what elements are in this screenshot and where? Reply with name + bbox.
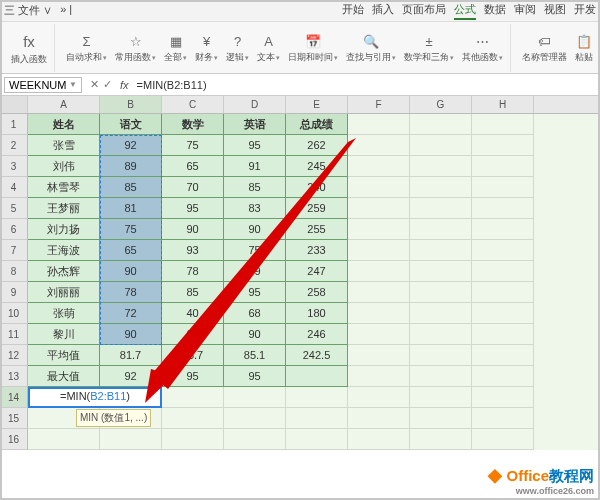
cell[interactable]: [286, 366, 348, 387]
cell[interactable]: [472, 324, 534, 345]
cell[interactable]: 65: [162, 156, 224, 177]
cell[interactable]: 90: [100, 324, 162, 345]
cell[interactable]: 孙杰辉: [28, 261, 100, 282]
tab-layout[interactable]: 页面布局: [402, 2, 446, 20]
cell[interactable]: 90: [162, 219, 224, 240]
cell[interactable]: 90: [224, 324, 286, 345]
row-header[interactable]: 15: [0, 408, 28, 429]
cell[interactable]: [348, 282, 410, 303]
tab-data[interactable]: 数据: [484, 2, 506, 20]
row-header[interactable]: 2: [0, 135, 28, 156]
cell[interactable]: 95: [162, 366, 224, 387]
cell[interactable]: 180: [286, 303, 348, 324]
cell[interactable]: 90: [224, 219, 286, 240]
cell[interactable]: 240: [286, 177, 348, 198]
cell[interactable]: [410, 261, 472, 282]
cell[interactable]: 最大值: [28, 366, 100, 387]
common-fn-button[interactable]: ☆常用函数: [112, 31, 159, 65]
cell[interactable]: 75: [224, 240, 286, 261]
col-header-D[interactable]: D: [224, 96, 286, 113]
cell[interactable]: [472, 240, 534, 261]
cell[interactable]: 85: [100, 177, 162, 198]
cell[interactable]: 89: [100, 156, 162, 177]
cell[interactable]: 85.1: [224, 345, 286, 366]
col-header-H[interactable]: H: [472, 96, 534, 113]
cell[interactable]: 65: [100, 240, 162, 261]
cell[interactable]: [410, 177, 472, 198]
col-header-G[interactable]: G: [410, 96, 472, 113]
cell[interactable]: 92: [100, 366, 162, 387]
cell[interactable]: 张萌: [28, 303, 100, 324]
cell[interactable]: [348, 135, 410, 156]
fx-label[interactable]: fx: [116, 79, 133, 91]
row-header[interactable]: 12: [0, 345, 28, 366]
cell[interactable]: 66: [162, 324, 224, 345]
col-header-F[interactable]: F: [348, 96, 410, 113]
cell[interactable]: [410, 387, 472, 408]
row-header[interactable]: 4: [0, 177, 28, 198]
cell[interactable]: [348, 219, 410, 240]
cell[interactable]: 英语: [224, 114, 286, 135]
all-fn-button[interactable]: ▦全部: [161, 31, 190, 65]
tab-view[interactable]: 视图: [544, 2, 566, 20]
cell[interactable]: 刘丽丽: [28, 282, 100, 303]
cell[interactable]: 平均值: [28, 345, 100, 366]
cell[interactable]: 姓名: [28, 114, 100, 135]
cell[interactable]: 255: [286, 219, 348, 240]
lookup-button[interactable]: 🔍查找与引用: [343, 31, 399, 65]
cell[interactable]: [472, 387, 534, 408]
row-header[interactable]: 8: [0, 261, 28, 282]
cell[interactable]: 张雪: [28, 135, 100, 156]
row-header[interactable]: 14: [0, 387, 28, 408]
cell[interactable]: 95: [162, 198, 224, 219]
cell[interactable]: [224, 387, 286, 408]
cell[interactable]: [348, 114, 410, 135]
insert-function-button[interactable]: fx插入函数: [8, 29, 50, 67]
cell[interactable]: [472, 177, 534, 198]
cell[interactable]: [348, 261, 410, 282]
cell[interactable]: [162, 387, 224, 408]
cell[interactable]: 259: [286, 198, 348, 219]
tab-home[interactable]: 开始: [342, 2, 364, 20]
cell[interactable]: [348, 324, 410, 345]
cell[interactable]: [472, 429, 534, 450]
logic-button[interactable]: ?逻辑: [223, 31, 252, 65]
cell[interactable]: [348, 366, 410, 387]
cell[interactable]: [348, 156, 410, 177]
cell[interactable]: 75: [162, 135, 224, 156]
text-button[interactable]: A文本: [254, 31, 283, 65]
finance-button[interactable]: ¥财务: [192, 31, 221, 65]
cell[interactable]: [472, 303, 534, 324]
row-header[interactable]: 5: [0, 198, 28, 219]
datetime-button[interactable]: 📅日期和时间: [285, 31, 341, 65]
select-all-corner[interactable]: [0, 96, 28, 113]
cell[interactable]: 黎川: [28, 324, 100, 345]
cell[interactable]: 刘力扬: [28, 219, 100, 240]
cell[interactable]: 95: [224, 135, 286, 156]
paste-button[interactable]: 📋粘贴: [572, 31, 596, 65]
cell[interactable]: 78: [100, 282, 162, 303]
cancel-formula-button[interactable]: ✕: [90, 78, 99, 91]
row-header[interactable]: 13: [0, 366, 28, 387]
cell[interactable]: 246: [286, 324, 348, 345]
cell[interactable]: 王梦丽: [28, 198, 100, 219]
row-header[interactable]: 9: [0, 282, 28, 303]
col-header-C[interactable]: C: [162, 96, 224, 113]
cell[interactable]: [472, 114, 534, 135]
cell[interactable]: 90: [100, 261, 162, 282]
cell[interactable]: 83: [224, 198, 286, 219]
cell[interactable]: 79: [224, 261, 286, 282]
cell[interactable]: [348, 177, 410, 198]
cell[interactable]: 247: [286, 261, 348, 282]
cell[interactable]: 85: [224, 177, 286, 198]
cell[interactable]: 林雪琴: [28, 177, 100, 198]
cell-formula-edit[interactable]: =MIN(B2:B11): [60, 390, 130, 403]
cell[interactable]: [410, 156, 472, 177]
cell[interactable]: [410, 135, 472, 156]
cell[interactable]: [348, 429, 410, 450]
chevron-down-icon[interactable]: ▼: [69, 80, 77, 89]
cell[interactable]: [286, 387, 348, 408]
cell[interactable]: 语文: [100, 114, 162, 135]
name-manager-button[interactable]: 🏷名称管理器: [519, 31, 570, 65]
cell[interactable]: [410, 240, 472, 261]
